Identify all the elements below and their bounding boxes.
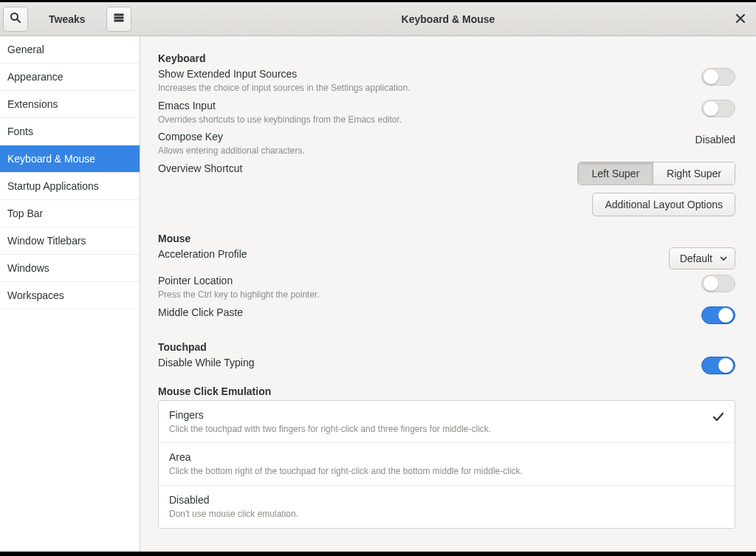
close-button[interactable]	[732, 11, 749, 27]
label-overview: Overview Shortcut	[158, 162, 563, 176]
sub-emacs: Overrides shortcuts to use keybindings f…	[158, 114, 687, 126]
value-compose[interactable]: Disabled	[695, 134, 735, 145]
overview-shortcut-segmented: Left Super Right Super	[577, 162, 735, 185]
sidebar-item-label: Startup Applications	[7, 180, 99, 192]
sidebar-item-workspaces[interactable]: Workspaces	[0, 282, 140, 309]
switch-pointer-location[interactable]	[701, 275, 735, 292]
close-icon	[736, 13, 745, 26]
sidebar-item-label: Fonts	[7, 126, 33, 137]
sidebar-item-window-titlebars[interactable]: Window Titlebars	[0, 227, 140, 255]
sidebar-item-label: General	[7, 44, 44, 55]
switch-knob	[704, 101, 718, 116]
label-compose: Compose Key	[158, 130, 681, 144]
chevron-down-icon	[720, 253, 727, 264]
label-show-extended: Show Extended Input Sources	[158, 67, 687, 81]
sidebar-item-windows[interactable]: Windows	[0, 255, 140, 282]
switch-knob	[718, 358, 733, 373]
emulation-option-area[interactable]: Area Click the bottom right of the touch…	[159, 443, 735, 486]
sub-compose: Allows entering additional characters.	[158, 145, 681, 157]
switch-emacs[interactable]	[701, 100, 735, 117]
sidebar-item-label: Windows	[7, 262, 49, 274]
menu-button[interactable]	[106, 7, 131, 32]
page-title: Keyboard & Mouse	[140, 13, 756, 25]
row-compose: Compose Key Allows entering additional c…	[158, 128, 735, 160]
sidebar-item-top-bar[interactable]: Top Bar	[0, 200, 140, 227]
label-accel: Acceleration Profile	[158, 247, 654, 261]
emulation-option-sub: Don't use mouse click emulation.	[169, 508, 724, 521]
switch-disable-while-typing[interactable]	[701, 357, 735, 374]
hamburger-icon	[113, 12, 125, 26]
row-accel: Acceleration Profile Default	[158, 246, 735, 272]
svg-line-1	[17, 19, 20, 22]
headerbar: Tweaks Keyboard & Mouse	[0, 2, 756, 36]
label-pointer: Pointer Location	[158, 274, 687, 288]
sidebar-item-label: Window Titlebars	[7, 235, 86, 247]
emulation-option-sub: Click the bottom right of the touchpad f…	[169, 465, 724, 478]
sidebar: General Appearance Extensions Fonts Keyb…	[0, 36, 140, 552]
label-disable-typing: Disable While Typing	[158, 356, 687, 370]
switch-middle-click-paste[interactable]	[701, 306, 735, 324]
sidebar-item-keyboard-mouse[interactable]: Keyboard & Mouse	[0, 145, 140, 173]
row-middle-click: Middle Click Paste	[158, 304, 735, 328]
svg-rect-4	[114, 20, 123, 21]
row-emacs: Emacs Input Overrides shortcuts to use k…	[158, 97, 735, 129]
sub-pointer: Press the Ctrl key to highlight the poin…	[158, 289, 687, 301]
headerbar-left: Tweaks	[0, 7, 140, 32]
row-pointer: Pointer Location Press the Ctrl key to h…	[158, 272, 735, 304]
search-button[interactable]	[3, 7, 28, 32]
sidebar-item-appearance[interactable]: Appearance	[0, 64, 140, 91]
additional-layout-options-button[interactable]: Additional Layout Options	[592, 193, 735, 216]
switch-show-extended[interactable]	[701, 68, 735, 86]
row-show-extended: Show Extended Input Sources Increases th…	[158, 66, 735, 97]
row-overview: Overview Shortcut Left Super Right Super…	[158, 160, 735, 219]
svg-rect-3	[114, 17, 123, 18]
switch-knob	[704, 69, 718, 84]
tweaks-window: Tweaks Keyboard & Mouse General Appearan…	[0, 2, 756, 552]
heading-click-emulation: Mouse Click Emulation	[158, 385, 735, 397]
switch-knob	[718, 308, 733, 323]
overview-left-super[interactable]: Left Super	[578, 162, 653, 185]
sidebar-item-general[interactable]: General	[0, 36, 140, 64]
section-mouse: Mouse	[158, 233, 735, 244]
label-emacs: Emacs Input	[158, 99, 687, 113]
click-emulation-list: Fingers Click the touchpad with two fing…	[158, 400, 735, 529]
content: Keyboard Show Extended Input Sources Inc…	[140, 36, 756, 552]
overview-right-super[interactable]: Right Super	[653, 162, 735, 185]
search-icon	[10, 12, 21, 26]
section-keyboard: Keyboard	[158, 52, 735, 64]
emulation-option-title: Area	[169, 450, 724, 464]
emulation-option-fingers[interactable]: Fingers Click the touchpad with two fing…	[159, 401, 735, 444]
emulation-option-title: Disabled	[169, 493, 724, 507]
row-disable-typing: Disable While Typing	[158, 354, 735, 378]
section-touchpad: Touchpad	[158, 341, 735, 353]
accel-profile-dropdown[interactable]: Default	[669, 247, 735, 270]
emulation-option-disabled[interactable]: Disabled Don't use mouse click emulation…	[159, 486, 735, 528]
body: General Appearance Extensions Fonts Keyb…	[0, 36, 756, 552]
sidebar-item-label: Workspaces	[7, 289, 64, 301]
sidebar-item-label: Top Bar	[7, 207, 43, 219]
label-middle-click: Middle Click Paste	[158, 306, 687, 320]
sidebar-item-label: Extensions	[7, 98, 58, 110]
sidebar-item-label: Keyboard & Mouse	[7, 153, 95, 165]
sidebar-item-fonts[interactable]: Fonts	[0, 118, 140, 145]
sidebar-item-extensions[interactable]: Extensions	[0, 91, 140, 118]
switch-knob	[704, 276, 718, 291]
accel-profile-value: Default	[680, 253, 712, 264]
emulation-option-title: Fingers	[169, 408, 712, 422]
sub-show-extended: Increases the choice of input sources in…	[158, 82, 687, 95]
sidebar-item-startup-applications[interactable]: Startup Applications	[0, 173, 140, 200]
emulation-option-sub: Click the touchpad with two fingers for …	[169, 423, 712, 436]
sidebar-item-label: Appearance	[7, 71, 63, 83]
check-icon	[712, 411, 724, 423]
svg-rect-2	[114, 14, 123, 16]
app-title: Tweaks	[49, 13, 86, 25]
